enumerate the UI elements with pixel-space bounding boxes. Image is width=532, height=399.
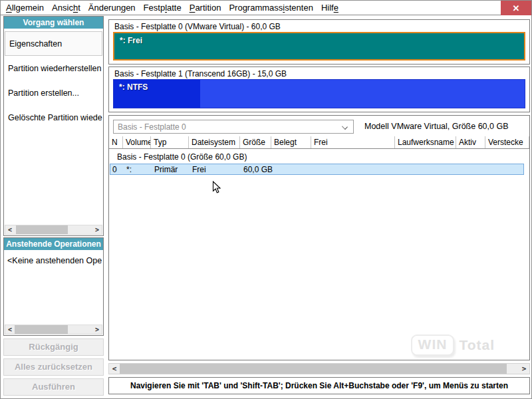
table-row[interactable]: 0*:PrimärFrei60,0 GB [110,164,524,175]
column-header[interactable]: Frei [311,136,395,148]
watermark-win-logo: WIN [411,334,455,356]
disk0-partition-bar[interactable]: *: Frei [113,32,525,61]
pending-panel-title: Anstehende Operationen [4,238,103,250]
table-cell: *: [124,165,152,174]
table-cell: 0 [110,165,124,174]
disk1-partition-label: *: NTFS [119,82,148,92]
action-item[interactable]: Gelöschte Partition wiede [4,105,103,130]
pending-panel-hscrollbar[interactable]: < > [5,325,102,334]
menu-nderungen[interactable]: Änderungen [88,3,136,13]
column-header[interactable]: Volume [123,136,151,148]
action-panel: Vorgang wählen EigenschaftenPartition wi… [3,16,104,236]
action-list: EigenschaftenPartition wiederherstellenP… [4,29,103,130]
disk-selector-dropdown[interactable]: Basis - Festplatte 0 [113,120,354,134]
scroll-right-icon[interactable]: > [92,325,102,334]
action-panel-hscrollbar[interactable]: < > [5,225,102,235]
status-text: Navigieren Sie mit 'TAB' und 'Shift-TAB'… [130,381,508,390]
column-header[interactable]: Typ [151,136,189,148]
chevron-down-icon [342,124,348,130]
close-button[interactable]: ✕ [501,1,531,15]
table-cell: 60,0 GB [241,165,273,174]
action-item[interactable]: Eigenschaften [5,31,102,56]
action-item[interactable]: Partition wiederherstellen [4,56,103,80]
menubar: AllgemeinAnsichtÄnderungenFestplattePart… [1,1,531,15]
wintotal-watermark: WIN Total [411,334,495,356]
action-item[interactable]: Partition erstellen... [4,80,103,105]
menu-partition[interactable]: Partition [190,3,221,13]
mouse-cursor-icon [212,181,221,194]
column-header[interactable]: Verstecke [485,136,529,148]
scroll-left-icon[interactable]: < [5,225,15,234]
partition-manager-window: AllgemeinAnsichtÄnderungenFestplattePart… [0,0,532,399]
menu-ansicht[interactable]: Ansicht [52,3,80,13]
alles-zurücksetzen-button[interactable]: Alles zurücksetzen [3,358,104,376]
disk0-panel: Basis - Festplatte 0 (VMware Virtual) - … [108,19,530,65]
scroll-left-icon[interactable]: < [5,325,15,334]
table-cell: Frei [190,165,241,174]
action-panel-title: Vorgang wählen [4,17,103,29]
disk1-partition-bar[interactable]: *: NTFS [113,79,525,108]
scroll-track[interactable] [15,325,92,334]
ausführen-button[interactable]: Ausführen [3,378,104,396]
scroll-right-icon[interactable]: > [92,225,102,234]
column-header[interactable]: Belegt [271,136,311,148]
column-header[interactable]: N [109,136,123,148]
menu-allgemein[interactable]: Allgemein [6,3,44,13]
column-header[interactable]: Laufwerksname [395,136,456,148]
disk1-panel: Basis - Festplatte 1 (Transcend 16GB) - … [108,66,530,112]
scroll-right-icon[interactable]: > [519,364,529,374]
pending-empty-text: <Keine anstehenden Ope [4,250,103,265]
menu-festplatte[interactable]: Festplatte [144,3,182,13]
disk1-title: Basis - Festplatte 1 (Transcend 16GB) - … [109,67,529,78]
scroll-track[interactable] [15,225,92,234]
scroll-left-icon[interactable]: < [109,364,120,374]
watermark-total-text: Total [459,337,495,353]
table-group-row: Basis - Festplatte 0 (Größe 60,0 GB) [109,150,529,163]
disk-model-text: Modell VMware Virtual, Größe 60,0 GB [364,122,509,131]
table-header-row: NVolumeTypDateisystemGrößeBelegtFreiLauf… [109,136,529,149]
disk-selector-value: Basis - Festplatte 0 [118,122,186,132]
table-hscrollbar[interactable]: < > [108,363,530,374]
disk-detail-panel: Basis - Festplatte 0 Modell VMware Virtu… [108,115,530,360]
pending-operations-panel: Anstehende Operationen <Keine anstehende… [3,237,104,336]
rückgängig-button[interactable]: Rückgängig [3,338,104,356]
disk0-partition-label: *: Frei [120,36,142,45]
menu-hilfe[interactable]: Hilfe [321,3,338,13]
disk0-title: Basis - Festplatte 0 (VMware Virtual) - … [109,20,529,31]
column-header[interactable]: Aktiv [456,136,485,148]
scroll-thumb[interactable] [15,325,68,334]
status-bar: Navigieren Sie mit 'TAB' und 'Shift-TAB'… [108,377,530,394]
scroll-thumb[interactable] [16,225,67,234]
menu-programmassistenten[interactable]: Programmassistenten [229,3,313,13]
table-cell: Primär [152,165,190,174]
close-icon: ✕ [513,3,520,13]
scroll-thumb[interactable] [120,364,507,374]
column-header[interactable]: Dateisystem [189,136,240,148]
scroll-track[interactable] [120,364,519,374]
column-header[interactable]: Größe [240,136,271,148]
